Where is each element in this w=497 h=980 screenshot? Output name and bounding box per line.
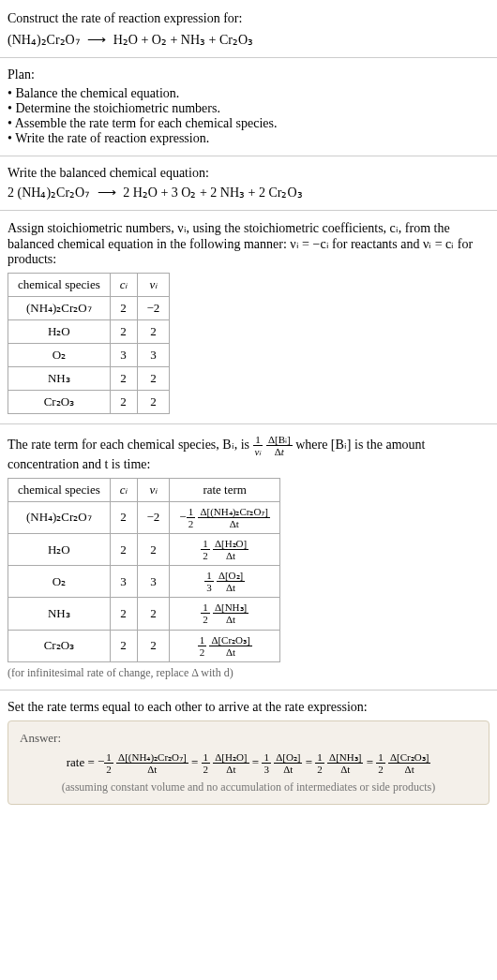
equals: = [191,754,202,768]
rate-prefix: rate = [67,754,98,768]
table-row: NH₃22 [8,366,170,390]
cell-ci: 2 [110,598,137,630]
table-row: (NH₄)₂Cr₂O₇ 2 −2 −12 Δ[(NH₄)₂Cr₂O₇]Δt [8,501,280,533]
eq-rhs: H₂O + O₂ + NH₃ + Cr₂O₃ [113,33,253,47]
plan-list: Balance the chemical equation. Determine… [8,86,489,146]
cell-rate: 12 Δ[NH₃]Δt [170,598,280,630]
cell-vi: −2 [137,501,170,533]
cell-species: (NH₄)₂Cr₂O₇ [8,501,111,533]
unbalanced-equation: (NH₄)₂Cr₂O₇ ⟶ H₂O + O₂ + NH₃ + Cr₂O₃ [8,32,489,48]
cell-ci: 3 [110,343,137,366]
cell-ci: 3 [110,566,137,598]
stoich-table: chemical species cᵢ νᵢ (NH₄)₂Cr₂O₇2−2 H₂… [8,273,170,414]
eq-lhs: (NH₄)₂Cr₂O₇ [8,33,81,47]
table-header-row: chemical species cᵢ νᵢ rate term [8,478,280,501]
rate-table: chemical species cᵢ νᵢ rate term (NH₄)₂C… [8,478,280,662]
cell-rate: 12 Δ[H₂O]Δt [170,533,280,565]
table-row: H₂O22 [8,319,170,343]
balanced-title: Write the balanced chemical equation: [8,166,489,181]
cell-ci: 2 [110,630,137,661]
equals: = [306,754,316,768]
cell-species: Cr₂O₃ [8,630,111,661]
cell-ci: 2 [110,366,137,390]
plan-item: Balance the chemical equation. [8,86,489,101]
rate-formula: 1νᵢ Δ[Bᵢ]Δt [253,437,296,451]
rate-term: 12 Δ[H₂O]Δt [202,754,249,768]
section-stoich: Assign stoichiometric numbers, νᵢ, using… [0,211,497,424]
cell-species: O₂ [8,566,111,598]
rate-expression: rate = −12 Δ[(NH₄)₂Cr₂O₇]Δt = 12 Δ[H₂O]Δ… [20,751,477,775]
table-row: Cr₂O₃22 [8,390,170,413]
cell-vi: 2 [137,598,170,630]
arrow-icon: ⟶ [94,186,120,200]
table-row: O₂33 [8,343,170,366]
col-vi: νᵢ [137,478,170,501]
cell-rate: 12 Δ[Cr₂O₃]Δt [170,630,280,661]
frac-dbi-dt: Δ[Bᵢ]Δt [266,434,293,457]
section-answer: Set the rate terms equal to each other t… [0,690,497,814]
equals: = [367,754,377,768]
table-header-row: chemical species cᵢ νᵢ [8,273,170,296]
col-species: chemical species [8,478,111,501]
cell-species: NH₃ [8,366,111,390]
rate-term: 13 Δ[O₂]Δt [262,754,302,768]
cell-vi: 2 [137,630,170,661]
rate-note: (for infinitesimal rate of change, repla… [8,666,489,680]
cell-ci: 2 [110,501,137,533]
col-ci: cᵢ [110,273,137,296]
cell-ci: 2 [110,533,137,565]
cell-species: H₂O [8,533,111,565]
cell-vi: −2 [137,296,170,319]
col-rate: rate term [170,478,280,501]
cell-species: NH₃ [8,598,111,630]
col-species: chemical species [8,273,111,296]
plan-item: Write the rate of reaction expression. [8,131,489,146]
cell-rate: 13 Δ[O₂]Δt [170,566,280,598]
cell-ci: 2 [110,390,137,413]
frac-1-over-vi: 1νᵢ [253,434,264,457]
table-row: O₂ 3 3 13 Δ[O₂]Δt [8,566,280,598]
cell-rate: −12 Δ[(NH₄)₂Cr₂O₇]Δt [170,501,280,533]
rate-term: −12 Δ[(NH₄)₂Cr₂O₇]Δt [98,754,188,768]
eq-rhs: 2 H₂O + 3 O₂ + 2 NH₃ + 2 Cr₂O₃ [123,186,302,200]
cell-species: O₂ [8,343,111,366]
table-row: H₂O 2 2 12 Δ[H₂O]Δt [8,533,280,565]
cell-vi: 3 [137,343,170,366]
section-construct: Construct the rate of reaction expressio… [0,0,497,58]
col-ci: cᵢ [110,478,137,501]
col-vi: νᵢ [137,273,170,296]
rate-intro-pre: The rate term for each chemical species,… [8,437,253,451]
stoich-intro: Assign stoichiometric numbers, νᵢ, using… [8,220,489,267]
table-row: (NH₄)₂Cr₂O₇2−2 [8,296,170,319]
cell-vi: 2 [137,319,170,343]
section-rate-terms: The rate term for each chemical species,… [0,424,497,690]
cell-vi: 2 [137,390,170,413]
cell-ci: 2 [110,296,137,319]
cell-species: H₂O [8,319,111,343]
table-row: Cr₂O₃ 2 2 12 Δ[Cr₂O₃]Δt [8,630,280,661]
answer-box: Answer: rate = −12 Δ[(NH₄)₂Cr₂O₇]Δt = 12… [8,720,489,805]
equals: = [252,754,263,768]
table-row: NH₃ 2 2 12 Δ[NH₃]Δt [8,598,280,630]
rate-term: 12 Δ[Cr₂O₃]Δt [376,754,430,768]
cell-vi: 2 [137,533,170,565]
cell-ci: 2 [110,319,137,343]
answer-note: (assuming constant volume and no accumul… [20,780,477,794]
cell-species: (NH₄)₂Cr₂O₇ [8,296,111,319]
cell-species: Cr₂O₃ [8,390,111,413]
section-balanced: Write the balanced chemical equation: 2 … [0,156,497,211]
eq-lhs: 2 (NH₄)₂Cr₂O₇ [8,186,90,200]
rate-intro: The rate term for each chemical species,… [8,434,489,472]
answer-title: Set the rate terms equal to each other t… [8,700,489,715]
section-plan: Plan: Balance the chemical equation. Det… [0,58,497,156]
cell-vi: 2 [137,366,170,390]
rate-term: 12 Δ[NH₃]Δt [315,754,363,768]
plan-title: Plan: [8,67,489,82]
construct-prompt: Construct the rate of reaction expressio… [8,9,489,28]
cell-vi: 3 [137,566,170,598]
plan-item: Determine the stoichiometric numbers. [8,101,489,116]
plan-item: Assemble the rate term for each chemical… [8,116,489,131]
arrow-icon: ⟶ [83,33,110,47]
balanced-equation: 2 (NH₄)₂Cr₂O₇ ⟶ 2 H₂O + 3 O₂ + 2 NH₃ + 2… [8,185,489,200]
answer-label: Answer: [20,731,477,746]
